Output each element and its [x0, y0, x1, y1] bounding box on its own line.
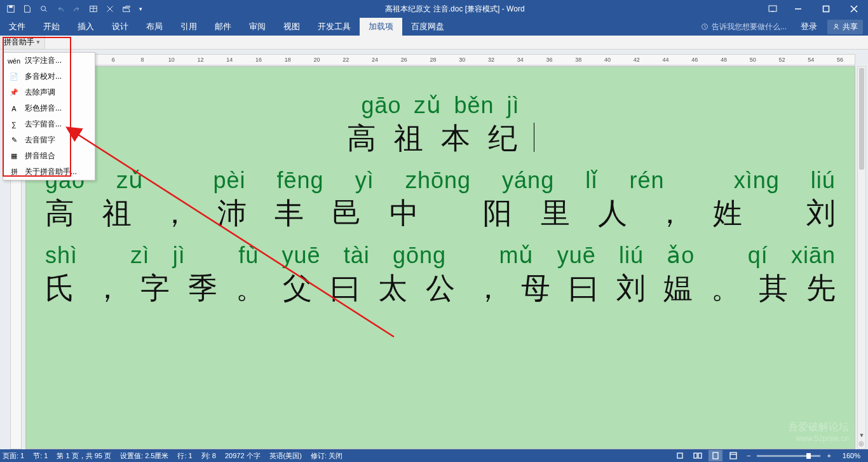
vertical-scrollbar[interactable]: ▲ ▼ ◎ — [857, 66, 866, 449]
status-lang[interactable]: 英语(美国) — [269, 451, 302, 461]
hanzi: 人 — [598, 194, 627, 233]
share-button[interactable]: 共享 — [827, 20, 863, 34]
status-page[interactable]: 页面: 1 — [3, 451, 24, 461]
ribbon-tab-1[interactable]: 开始 — [34, 18, 69, 36]
dropdown-item-icon: ∑ — [8, 119, 20, 130]
ribbon-tab-2[interactable]: 插入 — [69, 18, 103, 36]
dropdown-item-5[interactable]: ✎去音留字 — [3, 132, 95, 148]
dropdown-item-7[interactable]: 拼关于拼音助手... — [3, 164, 95, 180]
login-link[interactable]: 登录 — [793, 21, 825, 32]
pinyin: fù — [238, 242, 259, 269]
hanzi — [447, 194, 455, 233]
dropdown-item-icon: 📌 — [8, 88, 20, 98]
dropdown-item-label: 多音校对... — [25, 71, 62, 82]
ribbon-tab-0[interactable]: 文件 — [0, 18, 34, 36]
ribbon-tab-6[interactable]: 邮件 — [206, 18, 240, 36]
ribbon-tab-7[interactable]: 审阅 — [240, 18, 275, 36]
minimize-button[interactable] — [784, 0, 812, 18]
pinyin — [208, 242, 215, 269]
ribbon-tab-10[interactable]: 加载项 — [360, 18, 402, 36]
view-print-layout[interactable] — [709, 450, 722, 461]
macro-record-icon[interactable] — [673, 450, 687, 461]
pinyin: yì — [355, 167, 374, 194]
pinyin-helper-dropdown: wén汉字注音...📄多音校对...📌去除声调A彩色拼音...∑去字留音...✎… — [3, 52, 95, 180]
ribbon-tab-4[interactable]: 布局 — [137, 18, 172, 36]
ribbon-tab-9[interactable]: 开发工具 — [309, 18, 360, 36]
qat-new[interactable] — [20, 2, 34, 16]
qat-redo[interactable] — [70, 2, 84, 16]
dropdown-item-label: 去除声调 — [25, 87, 55, 98]
dropdown-item-icon: wén — [8, 56, 20, 66]
hanzi: 本 — [441, 119, 470, 158]
zoom-level[interactable]: 160% — [837, 452, 865, 459]
view-web-layout[interactable] — [726, 450, 740, 461]
zoom-slider[interactable] — [757, 455, 820, 457]
dropdown-item-4[interactable]: ∑去字留音... — [3, 116, 95, 132]
ribbon-tab-3[interactable]: 设计 — [103, 18, 137, 36]
status-line[interactable]: 行: 1 — [177, 451, 192, 461]
scroll-thumb[interactable] — [859, 68, 864, 170]
ribbon-display-options[interactable] — [761, 4, 784, 14]
pinyin: qí — [748, 242, 768, 269]
dropdown-item-3[interactable]: A彩色拼音... — [3, 100, 95, 116]
qat-table[interactable] — [86, 2, 100, 16]
pinyin: yáng — [502, 167, 554, 194]
qat-print-preview[interactable] — [37, 2, 51, 16]
ribbon-tab-11[interactable]: 百度网盘 — [402, 18, 453, 36]
qat-touch-mode[interactable] — [103, 2, 117, 16]
scroll-down-arrow[interactable]: ▼ — [858, 431, 865, 440]
pinyin: zǔ — [116, 167, 144, 194]
pinyin: gāo — [361, 92, 401, 119]
status-section[interactable]: 节: 1 — [33, 451, 48, 461]
status-words[interactable]: 20972 个字 — [225, 451, 261, 461]
hanzi: 高 — [45, 194, 74, 233]
dropdown-item-label: 彩色拼音... — [25, 103, 62, 114]
object-select-icon[interactable]: ◎ — [857, 440, 865, 449]
pinyin: yuē — [281, 242, 320, 269]
svg-point-7 — [835, 24, 837, 27]
dropdown-item-2[interactable]: 📌去除声调 — [3, 85, 95, 100]
horizontal-ruler[interactable]: 2468101214161820222426283032343638404244… — [25, 54, 855, 65]
status-col[interactable]: 列: 8 — [201, 451, 216, 461]
svg-rect-12 — [713, 452, 718, 459]
pinyin: zì — [130, 242, 149, 269]
qat-customize[interactable]: ▾ — [136, 2, 145, 16]
hanzi: ， — [93, 269, 122, 308]
status-revise[interactable]: 修订: 关闭 — [311, 451, 342, 461]
hanzi: 沛 — [217, 194, 247, 233]
dropdown-item-6[interactable]: ▦拼音组合 — [3, 148, 95, 164]
ribbon-group-label: 拼音助手 — [4, 37, 34, 48]
close-button[interactable] — [840, 0, 868, 18]
view-read-mode[interactable] — [691, 450, 705, 461]
pinyin: tài — [344, 242, 370, 269]
hanzi: 高 — [347, 119, 376, 158]
dropdown-item-icon: 📄 — [8, 72, 20, 82]
status-setting[interactable]: 设置值: 2.5厘米 — [120, 451, 168, 461]
dropdown-item-icon: ✎ — [8, 135, 20, 146]
dropdown-item-0[interactable]: wén汉字注音... — [3, 53, 95, 69]
hanzi: 丰 — [275, 194, 304, 233]
pinyin — [469, 242, 476, 269]
qat-save[interactable] — [4, 2, 18, 16]
hanzi: 曰 — [569, 269, 598, 308]
hanzi: 邑 — [332, 194, 362, 233]
status-pages[interactable]: 第 1 页，共 95 页 — [57, 451, 111, 461]
ribbon-tab-8[interactable]: 视图 — [275, 18, 309, 36]
hanzi: 媪 — [663, 269, 693, 308]
qat-undo[interactable] — [53, 2, 67, 16]
pinyin: yuē — [557, 242, 596, 269]
pinyin: xiān — [791, 242, 836, 269]
qat-open[interactable] — [119, 2, 133, 16]
document-page[interactable]: gāozǔběnjì高祖本纪gāozǔ pèifēngyìzhōngyánglǐ… — [25, 66, 855, 449]
svg-rect-10 — [694, 453, 697, 458]
hanzi: 。 — [711, 269, 740, 308]
maximize-button[interactable] — [812, 0, 840, 18]
svg-rect-1 — [9, 6, 12, 8]
pinyin: běn — [454, 92, 494, 119]
pinyin: zǔ — [414, 92, 442, 119]
ribbon-tab-5[interactable]: 引用 — [172, 18, 206, 36]
dropdown-item-1[interactable]: 📄多音校对... — [3, 69, 95, 85]
hanzi: 里 — [541, 194, 570, 233]
pinyin-helper-group[interactable]: 拼音助手 ▼ — [0, 36, 45, 49]
tell-me-search[interactable]: 告诉我您想要做什么... — [694, 22, 793, 32]
